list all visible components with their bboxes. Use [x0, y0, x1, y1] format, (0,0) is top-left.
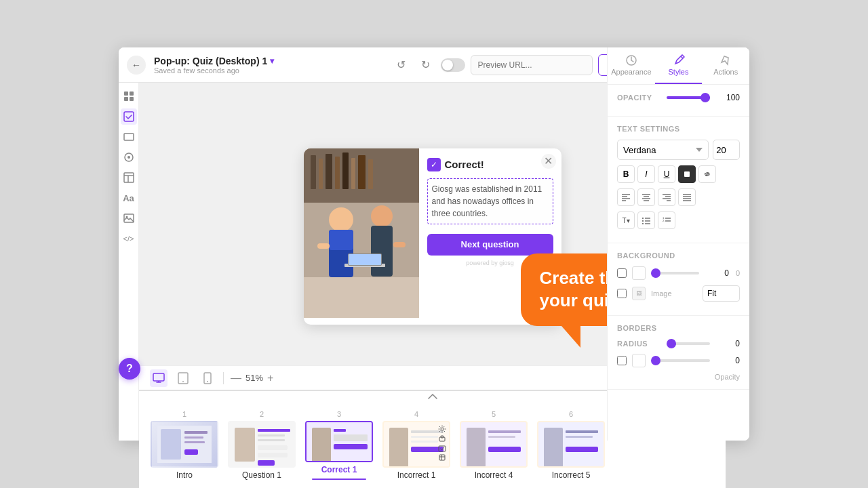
zoom-controls: — 51% + [231, 372, 273, 384]
quiz-content: ✓ Correct! Giosg was established in 2011… [419, 148, 561, 318]
opacity-thumb[interactable] [701, 93, 710, 102]
svg-rect-56 [258, 439, 285, 441]
svg-point-107 [642, 218, 644, 219]
align-right-btn[interactable] [658, 188, 675, 206]
svg-rect-32 [317, 243, 330, 249]
slide-item-intro[interactable]: 1 Intro [147, 407, 222, 483]
bold-button[interactable]: B [617, 165, 635, 183]
sidebar-icon-target[interactable] [121, 149, 137, 165]
border-fill-slider[interactable] [651, 359, 710, 362]
quiz-layout: ✓ Correct! Giosg was established in 2011… [304, 148, 561, 318]
border-fill-value: 0 [715, 356, 740, 365]
link-button[interactable] [698, 165, 716, 183]
slide-label-correct1: Correct 1 [321, 465, 357, 474]
zoom-minus-btn[interactable]: — [231, 372, 241, 384]
toggle-switch[interactable] [441, 58, 465, 72]
popup-title[interactable]: Pop-up: Quiz (Desktop) 1 ▾ [154, 56, 384, 66]
svg-rect-53 [235, 428, 255, 462]
font-dropdown[interactable]: Verdana [617, 140, 709, 160]
opacity-section: OPACITY 100 [608, 85, 749, 117]
tab-actions[interactable]: Actions [702, 47, 749, 84]
svg-rect-54 [258, 429, 290, 432]
svg-rect-64 [334, 444, 368, 449]
slide-thumb-incorrect4 [460, 421, 528, 468]
sidebar-icon-grid[interactable] [121, 88, 137, 104]
sidebar-icon-layout[interactable] [121, 169, 137, 186]
sidebar-icon-rect[interactable] [121, 129, 137, 145]
slide-item-incorrect1[interactable]: 4 Incorrect 1 [379, 407, 454, 483]
sidebar-icon-code[interactable]: </> [121, 230, 137, 247]
device-tablet-btn[interactable] [174, 369, 192, 387]
slide-item-q1[interactable]: 2 Question 1 [224, 407, 299, 483]
image-checkbox[interactable] [617, 289, 627, 298]
undo-button[interactable]: ↺ [392, 56, 411, 75]
back-icon: ← [132, 60, 141, 70]
slide-item-incorrect4[interactable]: 5 Incorrect 4 [456, 407, 531, 483]
align-left-btn[interactable] [617, 188, 635, 206]
help-button[interactable]: ? [119, 358, 140, 380]
text-size-btn[interactable]: T▾ [617, 211, 635, 229]
svg-point-40 [207, 381, 208, 382]
title-wrap: Pop-up: Quiz (Desktop) 1 ▾ Saved a few s… [154, 56, 384, 75]
bg-opacity-slider[interactable] [651, 272, 699, 274]
italic-button[interactable]: I [637, 165, 655, 183]
people-image [304, 148, 419, 318]
tab-styles[interactable]: Styles [655, 47, 703, 84]
sidebar-icon-check[interactable] [121, 108, 137, 125]
close-button[interactable]: ✕ [541, 154, 556, 169]
list-bullet-btn[interactable] [637, 211, 655, 229]
radius-slider[interactable] [667, 342, 711, 345]
align-center-btn[interactable] [637, 188, 655, 206]
bg-fill-checkbox[interactable] [617, 268, 627, 278]
svg-rect-48 [184, 431, 208, 434]
sidebar-icon-image[interactable] [121, 210, 137, 226]
redo-button[interactable]: ↻ [416, 56, 435, 75]
slide-num-4: 4 [414, 410, 418, 418]
device-desktop-btn[interactable] [150, 369, 167, 387]
border-fill-thumb[interactable] [651, 356, 660, 365]
bg-color-swatch[interactable] [632, 266, 646, 280]
svg-rect-5 [124, 134, 134, 140]
slide-strip-inner: 1 Intro 2 Question 1 3 [139, 402, 616, 488]
svg-rect-33 [393, 242, 406, 247]
color-picker-btn[interactable] [678, 165, 696, 183]
next-question-button[interactable]: Next question [427, 234, 553, 256]
slide-num-3: 3 [337, 410, 341, 418]
align-row [617, 188, 740, 206]
font-size-input[interactable] [713, 140, 740, 160]
back-button[interactable]: ← [127, 56, 146, 75]
gear-icons[interactable] [438, 425, 446, 462]
device-mobile-btn[interactable] [199, 369, 216, 387]
list-number-btn[interactable]: 1.2. [658, 211, 675, 229]
border-fill-checkbox[interactable] [617, 356, 627, 365]
align-justify-btn[interactable] [678, 188, 696, 206]
sidebar-icon-text[interactable]: Aa [121, 190, 137, 206]
bg-opacity-thumb[interactable] [651, 268, 660, 278]
slide-num-2: 2 [260, 410, 264, 418]
svg-rect-28 [371, 226, 393, 277]
preview-url-input[interactable] [471, 55, 593, 75]
image-swatch[interactable]: 🖼 [632, 287, 646, 300]
svg-rect-62 [334, 429, 346, 432]
svg-rect-15 [311, 155, 316, 189]
strip-arrow-up[interactable] [422, 391, 443, 402]
svg-rect-81 [488, 436, 515, 438]
dropdown-icon[interactable]: ▾ [270, 56, 274, 66]
tab-appearance[interactable]: Appearance [608, 47, 655, 84]
underline-button[interactable]: U [658, 165, 675, 183]
border-color-swatch[interactable] [632, 354, 646, 367]
radius-thumb[interactable] [667, 339, 676, 348]
size-input[interactable] [703, 285, 740, 302]
svg-rect-18 [335, 157, 340, 189]
opacity-slider[interactable] [667, 96, 711, 99]
svg-rect-69 [411, 441, 438, 443]
svg-rect-86 [566, 436, 593, 438]
slide-item-incorrect5[interactable]: 6 Incorrect 5 [534, 407, 608, 483]
svg-rect-63 [334, 434, 368, 441]
active-indicator [312, 479, 366, 481]
zoom-plus-btn[interactable]: + [267, 372, 273, 384]
slide-item-correct1[interactable]: 3 Correct 1 [302, 407, 376, 483]
slide-thumb-intro [151, 421, 218, 468]
bubble-tail [561, 326, 580, 348]
svg-rect-82 [488, 447, 521, 452]
